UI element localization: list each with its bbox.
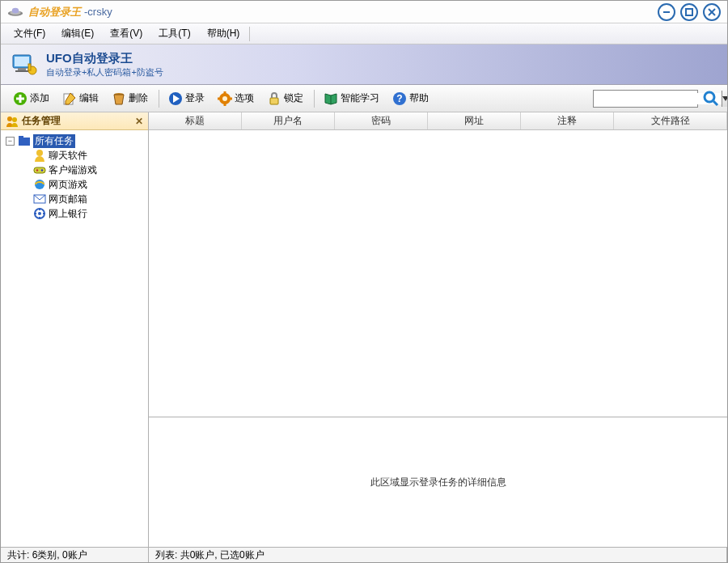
col-note[interactable]: 注释 [521,112,614,129]
sidebar-header: 任务管理 ✕ [1,112,148,130]
play-icon [168,91,183,106]
detail-placeholder: 此区域显示登录任务的详细信息 [370,476,506,489]
menubar: 文件(F) 编辑(E) 查看(V) 工具(T) 帮助(H) [1,23,727,44]
content-area: 标题 用户名 密码 网址 注释 文件路径 此区域显示登录任务的详细信息 [149,112,727,547]
tree-root[interactable]: − 所有任务 [2,133,146,148]
gear-icon [218,91,232,106]
search-combo[interactable] [593,90,698,108]
close-button[interactable] [703,3,721,21]
col-url[interactable]: 网址 [428,112,521,129]
add-label: 添加 [30,91,49,105]
person-icon [33,149,46,162]
svg-rect-9 [18,68,26,70]
menu-file[interactable]: 文件(F) [6,23,53,44]
svg-rect-10 [15,70,28,72]
lock-button[interactable]: 锁定 [261,89,309,108]
tree-item-web-game[interactable]: 网页游戏 [2,177,146,192]
learn-button[interactable]: 智能学习 [318,89,385,108]
options-label: 选项 [235,91,254,105]
svg-point-37 [36,169,38,171]
toolbar: 添加 编辑 删除 登录 选项 锁定 智能学习 ? 帮助 [1,85,727,112]
toolbar-separator [159,90,159,108]
edit-label: 编辑 [79,91,99,105]
folder-icon [18,134,31,147]
main-area: 任务管理 ✕ − 所有任务 聊天软件 客户端游戏 网页游戏 [1,112,727,547]
plus-icon [13,91,28,106]
edit-button[interactable]: 编辑 [57,89,104,108]
toolbar-separator [314,90,315,108]
svg-rect-8 [15,57,29,66]
login-label: 登录 [185,91,205,105]
maximize-button[interactable] [680,3,698,21]
minimize-button[interactable] [658,3,675,21]
collapse-icon[interactable]: − [6,137,15,146]
statusbar: 共计: 6类别, 0账户 列表: 共0账户, 已选0账户 [1,547,727,563]
svg-text:?: ? [396,93,402,104]
svg-point-29 [705,92,714,102]
menu-separator [249,27,250,41]
search-button[interactable] [701,90,721,108]
svg-rect-36 [34,167,45,173]
learn-label: 智能学习 [341,91,379,105]
svg-rect-12 [28,64,31,70]
banner-title: UFO自动登录王 [46,51,163,66]
book-icon [324,91,338,106]
col-user[interactable]: 用户名 [242,112,335,129]
add-button[interactable]: 添加 [7,89,55,108]
tree-label: 网上银行 [49,207,87,221]
globe-gear-icon [33,207,46,220]
titlebar: 自动登录王 -crsky [1,1,727,23]
svg-rect-33 [19,138,30,146]
status-right: 列表: 共0账户, 已选0账户 [149,548,727,563]
status-left: 共计: 6类别, 0账户 [1,548,149,563]
tree-label: 网页邮箱 [49,193,87,206]
svg-line-30 [713,101,717,105]
svg-point-42 [38,212,41,215]
menu-help[interactable]: 帮助(H) [199,23,248,44]
tree-label: 聊天软件 [49,149,87,163]
tree: − 所有任务 聊天软件 客户端游戏 网页游戏 网页邮箱 [1,130,148,547]
menu-tools[interactable]: 工具(T) [150,23,198,44]
lock-label: 锁定 [284,91,303,105]
sidebar-close[interactable]: ✕ [135,116,143,127]
svg-rect-34 [19,136,23,138]
tree-root-label: 所有任务 [33,134,75,148]
sidebar-title: 任务管理 [22,114,61,128]
help-label: 帮助 [409,91,429,105]
tree-item-client-game[interactable]: 客户端游戏 [2,163,146,177]
banner-subtitle: 自动登录+私人密码箱+防盗号 [46,66,163,78]
tree-item-chat[interactable]: 聊天软件 [2,148,146,163]
delete-label: 删除 [129,91,148,105]
app-title: 自动登录王 [28,5,81,19]
delete-button[interactable]: 删除 [106,89,154,108]
menu-edit[interactable]: 编辑(E) [53,23,102,44]
gamepad-icon [33,163,46,176]
login-button[interactable]: 登录 [163,89,210,108]
svg-rect-25 [270,98,278,104]
svg-point-31 [7,116,12,121]
svg-rect-4 [686,9,692,15]
menu-view[interactable]: 查看(V) [102,23,150,44]
tree-label: 客户端游戏 [49,163,97,177]
col-password[interactable]: 密码 [335,112,428,129]
sidebar: 任务管理 ✕ − 所有任务 聊天软件 客户端游戏 网页游戏 [1,112,149,547]
tree-item-bank[interactable]: 网上银行 [2,206,146,221]
list-header: 标题 用户名 密码 网址 注释 文件路径 [149,112,727,130]
mail-icon [33,193,46,205]
detail-pane: 此区域显示登录任务的详细信息 [149,417,727,547]
svg-point-20 [222,96,227,101]
question-icon: ? [392,91,407,106]
search-dropdown[interactable] [722,91,728,107]
svg-point-35 [36,150,43,156]
options-button[interactable]: 选项 [212,89,260,108]
col-path[interactable]: 文件路径 [614,112,727,129]
list-body[interactable] [149,130,727,417]
monitor-key-icon [12,53,38,77]
help-button[interactable]: ? 帮助 [387,89,434,108]
col-title[interactable]: 标题 [149,112,242,129]
ufo-icon [7,7,23,17]
ie-icon [33,178,46,191]
lock-icon [267,91,281,106]
tree-item-webmail[interactable]: 网页邮箱 [2,192,146,206]
banner: UFO自动登录王 自动登录+私人密码箱+防盗号 [1,44,727,85]
